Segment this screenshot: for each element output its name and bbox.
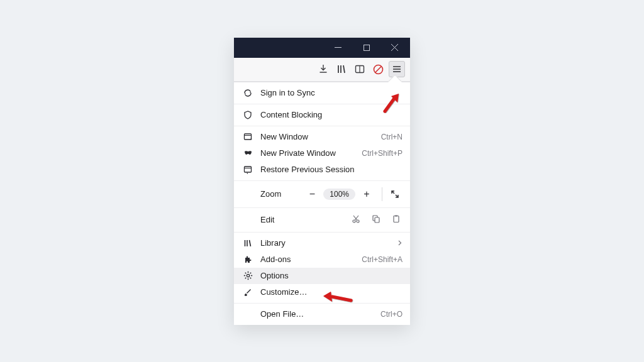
restore-icon <box>243 165 253 175</box>
menu-item-shortcut: Ctrl+N <box>381 133 402 141</box>
svg-line-38 <box>245 278 246 279</box>
downloads-icon[interactable] <box>316 62 331 77</box>
toolbar <box>234 58 410 82</box>
puzzle-icon <box>243 255 253 265</box>
copy-icon[interactable] <box>372 214 380 225</box>
svg-rect-26 <box>394 216 399 222</box>
svg-rect-27 <box>395 216 397 217</box>
gear-icon <box>243 271 253 281</box>
menu-item-new-window[interactable]: + New Window Ctrl+N <box>234 129 410 145</box>
minimize-button[interactable] <box>324 38 352 58</box>
menu-item-shortcut: Ctrl+O <box>380 310 402 319</box>
svg-point-31 <box>247 274 249 277</box>
mask-icon <box>243 148 253 158</box>
chevron-right-icon <box>397 239 402 248</box>
svg-line-39 <box>250 273 251 274</box>
svg-line-11 <box>375 66 381 72</box>
svg-text:+: + <box>250 137 252 141</box>
sidebar-icon[interactable] <box>352 62 367 77</box>
menu-item-label: New Window <box>260 132 374 141</box>
svg-line-7 <box>343 65 345 73</box>
menu-item-shortcut: Ctrl+Shift+A <box>362 255 402 264</box>
menu-item-open-file[interactable]: Open File… Ctrl+O <box>234 306 410 322</box>
menu-item-label: Sign in to Sync <box>260 88 402 97</box>
new-window-icon: + <box>243 132 253 142</box>
menu-item-content-blocking[interactable]: Content Blocking <box>234 107 410 123</box>
svg-line-36 <box>245 273 246 274</box>
hamburger-menu: Sign in to Sync Content Blocking + New W… <box>234 82 410 325</box>
sync-icon <box>243 88 253 98</box>
divider <box>382 187 382 201</box>
library-icon[interactable] <box>334 62 349 77</box>
cut-icon[interactable] <box>352 214 360 225</box>
noscript-icon[interactable] <box>370 62 386 77</box>
svg-rect-1 <box>364 45 369 50</box>
menu-item-sign-in-sync[interactable]: Sign in to Sync <box>234 85 410 101</box>
svg-rect-25 <box>375 217 379 222</box>
menu-item-label: Add-ons <box>260 255 354 264</box>
menu-item-label: Customize… <box>260 287 402 297</box>
zoom-row: Zoom − 100% + <box>234 184 410 205</box>
maximize-button[interactable] <box>352 38 380 58</box>
library-icon <box>243 238 253 248</box>
svg-line-30 <box>250 240 251 246</box>
zoom-out-button[interactable]: − <box>304 187 319 202</box>
paintbrush-icon <box>243 287 253 297</box>
browser-window: Sign in to Sync Content Blocking + New W… <box>234 38 410 325</box>
svg-rect-18 <box>245 167 252 172</box>
paste-icon[interactable] <box>392 214 401 225</box>
fullscreen-button[interactable] <box>387 187 402 202</box>
window-titlebar <box>234 38 410 58</box>
menu-item-label: New Private Window <box>260 148 354 158</box>
menu-item-library[interactable]: Library <box>234 235 410 251</box>
menu-item-label: Content Blocking <box>260 110 402 119</box>
menu-item-addons[interactable]: Add-ons Ctrl+Shift+A <box>234 251 410 268</box>
menu-item-new-private-window[interactable]: New Private Window Ctrl+Shift+P <box>234 145 410 162</box>
close-button[interactable] <box>380 38 409 58</box>
zoom-percent[interactable]: 100% <box>323 189 355 200</box>
menu-item-label: Options <box>260 271 402 280</box>
menu-item-options[interactable]: Options <box>234 268 410 284</box>
menu-item-label: Restore Previous Session <box>260 165 402 174</box>
hamburger-menu-button[interactable] <box>389 61 405 77</box>
menu-item-label: Library <box>260 238 389 248</box>
menu-item-restore-session[interactable]: Restore Previous Session <box>234 162 410 178</box>
zoom-in-button[interactable]: + <box>359 187 374 202</box>
edit-label: Edit <box>260 215 352 224</box>
menu-item-shortcut: Ctrl+Shift+P <box>362 149 402 158</box>
menu-item-label: Open File… <box>260 309 373 319</box>
svg-line-37 <box>250 278 251 279</box>
edit-row: Edit <box>234 211 410 229</box>
zoom-label: Zoom <box>260 189 304 199</box>
menu-item-customize[interactable]: Customize… <box>234 284 410 300</box>
shield-icon <box>243 110 253 120</box>
